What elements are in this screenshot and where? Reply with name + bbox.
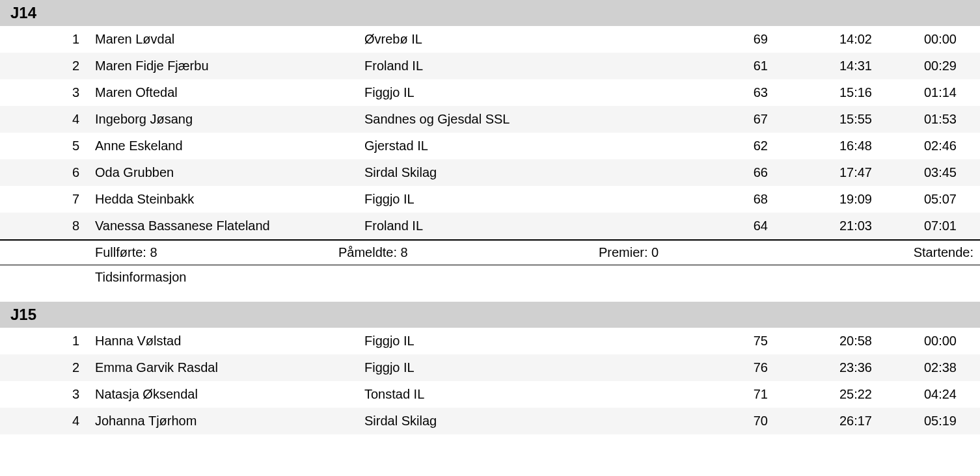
cell-place: 3 [65,387,91,402]
cell-name: Natasja Øksendal [91,387,364,402]
table-row: 6 Oda Grubben Sirdal Skilag 66 17:47 03:… [0,159,980,186]
cell-bib: 63 [625,85,768,100]
cell-bib: 64 [625,218,768,233]
cell-club: Sirdal Skilag [364,165,625,180]
cell-name: Hanna Vølstad [91,334,364,349]
cell-bib: 70 [625,414,768,429]
cell-diff: 01:14 [872,85,963,100]
table-row: 3 Maren Oftedal Figgjo IL 63 15:16 01:14 [0,79,980,106]
cell-club: Figgjo IL [364,360,625,375]
cell-time: 25:22 [768,387,872,402]
table-row: 5 Anne Eskeland Gjerstad IL 62 16:48 02:… [0,133,980,159]
summary-premier: Premier: 0 [599,245,761,260]
cell-club: Figgjo IL [364,85,625,100]
cell-diff: 02:46 [872,139,963,153]
cell-name: Hedda Steinbakk [91,192,364,207]
info-label: Tidsinformasjon [95,270,186,285]
cell-place: 6 [65,165,91,180]
cell-time: 15:16 [768,85,872,100]
table-row: 1 Maren Løvdal Øvrebø IL 69 14:02 00:00 [0,26,980,53]
table-row: 3 Natasja Øksendal Tonstad IL 71 25:22 0… [0,381,980,408]
table-row: 7 Hedda Steinbakk Figgjo IL 68 19:09 05:… [0,186,980,213]
cell-club: Froland IL [364,59,625,73]
cell-bib: 61 [625,59,768,73]
cell-name: Vanessa Bassanese Flateland [91,218,364,233]
cell-bib: 68 [625,192,768,207]
cell-diff: 00:29 [872,59,963,73]
summary-row: Fullførte: 8 Påmeldte: 8 Premier: 0 Star… [0,239,980,265]
cell-place: 5 [65,139,91,153]
cell-club: Figgjo IL [364,334,625,349]
table-row: 2 Emma Garvik Rasdal Figgjo IL 76 23:36 … [0,354,980,381]
cell-bib: 71 [625,387,768,402]
group-j15: J15 1 Hanna Vølstad Figgjo IL 75 20:58 0… [0,302,980,434]
cell-diff: 00:00 [872,32,963,47]
info-row: Tidsinformasjon [0,265,980,289]
cell-club: Tonstad IL [364,387,625,402]
cell-place: 4 [65,414,91,429]
cell-club: Gjerstad IL [364,139,625,153]
cell-time: 19:09 [768,192,872,207]
cell-time: 14:02 [768,32,872,47]
cell-place: 2 [65,59,91,73]
cell-club: Øvrebø IL [364,32,625,47]
cell-time: 21:03 [768,218,872,233]
cell-club: Sandnes og Gjesdal SSL [364,112,625,127]
cell-club: Sirdal Skilag [364,414,625,429]
cell-name: Maren Fidje Fjærbu [91,59,364,73]
table-row: 4 Johanna Tjørhom Sirdal Skilag 70 26:17… [0,408,980,434]
cell-name: Oda Grubben [91,165,364,180]
cell-name: Emma Garvik Rasdal [91,360,364,375]
cell-place: 1 [65,32,91,47]
cell-name: Maren Løvdal [91,32,364,47]
cell-bib: 75 [625,334,768,349]
cell-bib: 67 [625,112,768,127]
cell-bib: 66 [625,165,768,180]
cell-place: 8 [65,218,91,233]
table-row: 8 Vanessa Bassanese Flateland Froland IL… [0,213,980,239]
cell-time: 14:31 [768,59,872,73]
summary-fullforte: Fullførte: 8 [65,245,338,260]
table-row: 1 Hanna Vølstad Figgjo IL 75 20:58 00:00 [0,328,980,354]
cell-time: 23:36 [768,360,872,375]
cell-name: Anne Eskeland [91,139,364,153]
cell-bib: 76 [625,360,768,375]
summary-startende: Startende: [761,245,980,260]
cell-diff: 05:07 [872,192,963,207]
cell-place: 2 [65,360,91,375]
cell-time: 20:58 [768,334,872,349]
cell-place: 4 [65,112,91,127]
cell-club: Froland IL [364,218,625,233]
cell-diff: 00:00 [872,334,963,349]
cell-bib: 69 [625,32,768,47]
cell-place: 1 [65,334,91,349]
cell-club: Figgjo IL [364,192,625,207]
group-j14: J14 1 Maren Løvdal Øvrebø IL 69 14:02 00… [0,0,980,289]
cell-time: 17:47 [768,165,872,180]
cell-diff: 02:38 [872,360,963,375]
summary-pameldte: Påmeldte: 8 [338,245,599,260]
cell-diff: 07:01 [872,218,963,233]
cell-name: Johanna Tjørhom [91,414,364,429]
cell-diff: 01:53 [872,112,963,127]
cell-diff: 03:45 [872,165,963,180]
cell-time: 15:55 [768,112,872,127]
group-header: J14 [0,0,980,26]
cell-name: Maren Oftedal [91,85,364,100]
group-header: J15 [0,302,980,328]
cell-name: Ingeborg Jøsang [91,112,364,127]
cell-time: 26:17 [768,414,872,429]
cell-time: 16:48 [768,139,872,153]
cell-diff: 04:24 [872,387,963,402]
table-row: 2 Maren Fidje Fjærbu Froland IL 61 14:31… [0,53,980,79]
table-row: 4 Ingeborg Jøsang Sandnes og Gjesdal SSL… [0,106,980,133]
cell-place: 7 [65,192,91,207]
cell-diff: 05:19 [872,414,963,429]
cell-bib: 62 [625,139,768,153]
cell-place: 3 [65,85,91,100]
